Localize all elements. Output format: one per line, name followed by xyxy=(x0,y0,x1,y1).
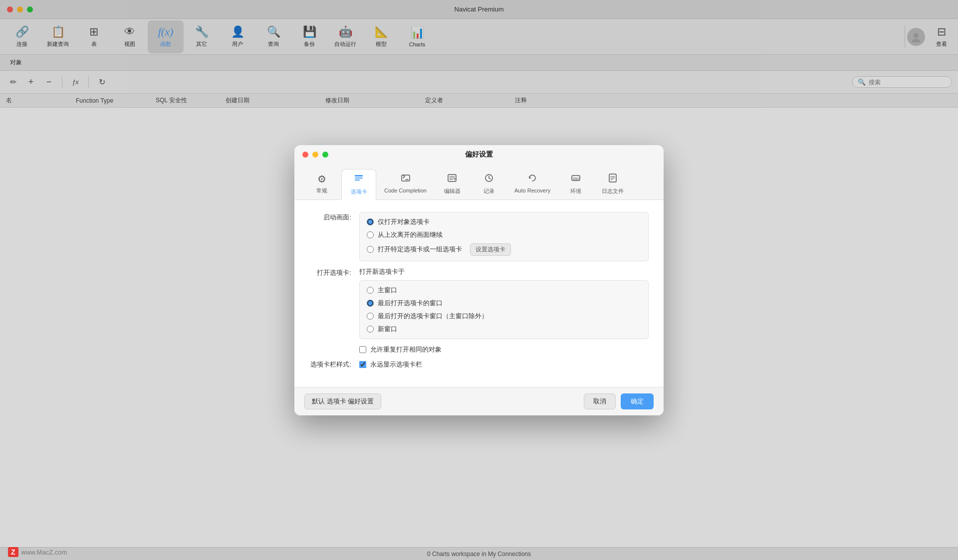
auto-recovery-tab-label: Auto Recovery xyxy=(514,187,550,193)
tab-environment[interactable]: ENV 环境 xyxy=(558,169,593,199)
startup-option-resume-label: 从上次离开的画面继续 xyxy=(378,230,443,239)
tab-code-completion[interactable]: Code Completion xyxy=(378,169,433,197)
auto-recovery-tab-icon xyxy=(527,173,537,186)
code-completion-tab-label: Code Completion xyxy=(384,187,427,193)
general-tab-icon: ⚙ xyxy=(317,173,326,185)
startup-option-open-object-label: 仅打开对象选项卡 xyxy=(378,217,430,226)
record-tab-label: 记录 xyxy=(483,187,494,195)
open-tab-label: 打开选项卡: xyxy=(309,267,359,277)
svg-rect-3 xyxy=(355,178,363,179)
editor-tab-icon xyxy=(447,173,457,186)
allow-reopen-row: 允许重复打开相同的对象 xyxy=(309,345,649,354)
tabbar-style-label: 选项卡栏样式: xyxy=(309,360,359,369)
allow-reopen-item[interactable]: 允许重复打开相同的对象 xyxy=(359,345,442,354)
open-tab-new-window[interactable]: 新窗口 xyxy=(367,325,641,334)
dialog-max-button[interactable] xyxy=(322,152,328,158)
startup-radio-group: 仅打开对象选项卡 从上次离开的画面继续 打开特定选项卡或一组选项卡 设置选项卡 xyxy=(359,212,649,261)
footer-left: 默认 选项卡 偏好设置 xyxy=(304,393,381,409)
modal-overlay: 偏好设置 ⚙ 常规 xyxy=(0,0,958,560)
tab-tab[interactable]: 选项卡 xyxy=(341,169,376,200)
startup-option-specific[interactable]: 打开特定选项卡或一组选项卡 设置选项卡 xyxy=(367,243,641,256)
footer-right: 取消 确定 xyxy=(584,393,654,409)
open-tab-last-non-main[interactable]: 最后打开的选项卡窗口（主窗口除外） xyxy=(367,312,641,321)
startup-option-resume[interactable]: 从上次离开的画面继续 xyxy=(367,230,641,239)
dialog-close-button[interactable] xyxy=(302,152,308,158)
environment-tab-icon: ENV xyxy=(571,173,581,186)
log-file-tab-label: 日志文件 xyxy=(602,187,624,195)
svg-rect-2 xyxy=(355,175,363,177)
svg-text:ENV: ENV xyxy=(573,177,579,181)
startup-radio-resume[interactable] xyxy=(367,231,374,238)
dialog-footer: 默认 选项卡 偏好设置 取消 确定 xyxy=(294,387,664,415)
ok-button[interactable]: 确定 xyxy=(621,393,654,409)
open-tab-last-window[interactable]: 最后打开选项卡的窗口 xyxy=(367,299,641,308)
main-content: 偏好设置 ⚙ 常规 xyxy=(0,108,958,560)
record-tab-icon xyxy=(484,173,494,186)
open-tab-last-non-main-label: 最后打开的选项卡窗口（主窗口除外） xyxy=(378,312,488,321)
dialog-title: 偏好设置 xyxy=(465,150,493,159)
open-tab-radio-last[interactable] xyxy=(367,300,374,307)
open-tab-content: 打开新选项卡于 主窗口 最后打开选项卡的窗口 xyxy=(359,267,649,339)
open-tab-radio-new[interactable] xyxy=(367,326,374,333)
dialog-controls xyxy=(302,152,328,158)
open-tab-main-window[interactable]: 主窗口 xyxy=(367,286,641,295)
editor-tab-label: 编辑器 xyxy=(444,187,461,195)
environment-tab-label: 环境 xyxy=(570,187,581,195)
startup-option-open-object[interactable]: 仅打开对象选项卡 xyxy=(367,217,641,226)
cancel-button[interactable]: 取消 xyxy=(584,393,616,409)
open-tab-radio-main[interactable] xyxy=(367,287,374,294)
code-completion-tab-icon xyxy=(401,173,411,186)
startup-screen-content: 仅打开对象选项卡 从上次离开的画面继续 打开特定选项卡或一组选项卡 设置选项卡 xyxy=(359,212,649,261)
open-tab-main-window-label: 主窗口 xyxy=(378,286,397,295)
open-tab-last-window-label: 最后打开选项卡的窗口 xyxy=(378,299,443,308)
always-show-tabbar-checkbox[interactable] xyxy=(359,361,366,368)
tab-general[interactable]: ⚙ 常规 xyxy=(304,169,339,198)
startup-screen-label: 启动画面: xyxy=(309,212,359,222)
set-tab-button[interactable]: 设置选项卡 xyxy=(470,243,511,256)
dialog-tabs: ⚙ 常规 选项卡 xyxy=(294,164,664,200)
tab-record[interactable]: 记录 xyxy=(472,169,506,199)
general-tab-label: 常规 xyxy=(316,187,327,194)
open-tab-options: 主窗口 最后打开选项卡的窗口 最后打开的选项卡窗口（主窗口除外） xyxy=(359,280,649,339)
svg-rect-4 xyxy=(355,180,360,181)
startup-radio-open-object[interactable] xyxy=(367,218,374,225)
tab-editor[interactable]: 编辑器 xyxy=(435,169,470,199)
dialog-min-button[interactable] xyxy=(312,152,318,158)
open-tab-hint: 打开新选项卡于 xyxy=(359,267,649,276)
tab-auto-recovery[interactable]: Auto Recovery xyxy=(508,169,556,197)
dialog-body: 启动画面: 仅打开对象选项卡 从上次离开的画面继续 xyxy=(294,200,664,387)
preferences-dialog: 偏好设置 ⚙ 常规 xyxy=(294,145,664,415)
tabbar-style-row: 选项卡栏样式: 永远显示选项卡栏 xyxy=(309,360,649,369)
tab-tab-icon xyxy=(354,174,364,186)
startup-radio-specific[interactable] xyxy=(367,246,374,253)
log-file-tab-icon xyxy=(608,173,618,186)
always-show-item[interactable]: 永远显示选项卡栏 xyxy=(359,360,422,369)
dialog-titlebar: 偏好设置 xyxy=(294,145,664,164)
open-tab-new-window-label: 新窗口 xyxy=(378,325,397,334)
tab-tab-label: 选项卡 xyxy=(351,188,367,195)
default-settings-button[interactable]: 默认 选项卡 偏好设置 xyxy=(304,393,381,409)
allow-reopen-label: 允许重复打开相同的对象 xyxy=(370,345,442,354)
always-show-tabbar-label: 永远显示选项卡栏 xyxy=(370,360,422,369)
startup-screen-row: 启动画面: 仅打开对象选项卡 从上次离开的画面继续 xyxy=(309,212,649,261)
startup-option-specific-label: 打开特定选项卡或一组选项卡 xyxy=(378,245,462,254)
tab-log-file[interactable]: 日志文件 xyxy=(595,169,630,199)
allow-reopen-checkbox[interactable] xyxy=(359,346,366,353)
open-tab-radio-last-non-main[interactable] xyxy=(367,313,374,320)
open-tab-section: 打开选项卡: 打开新选项卡于 主窗口 最后打开选项卡的窗口 xyxy=(309,267,649,339)
